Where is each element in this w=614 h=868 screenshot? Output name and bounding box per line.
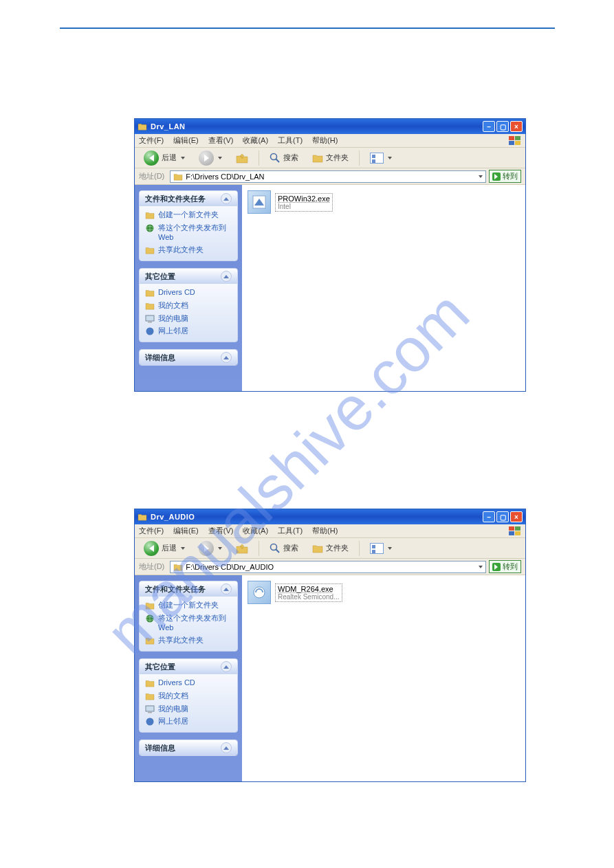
menu-help[interactable]: 帮助(H) [312,135,338,146]
chevron-up-icon [223,746,229,750]
go-button[interactable]: 转到 [489,170,521,183]
views-button[interactable] [365,541,397,556]
collapse-button[interactable] [221,661,232,672]
place-drivers-cd[interactable]: Drivers CD [145,288,232,298]
place-my-documents[interactable]: 我的文档 [145,301,232,311]
close-button[interactable]: × [510,121,523,132]
panel-header[interactable]: 其它位置 [140,659,237,674]
place-my-computer[interactable]: 我的电脑 [145,704,232,714]
panel-header[interactable]: 其它位置 [140,269,237,284]
menu-edit[interactable]: 编辑(E) [173,526,199,536]
menu-favorites[interactable]: 收藏(A) [243,526,268,536]
menu-file[interactable]: 文件(F) [139,526,164,536]
task-share-folder[interactable]: 共享此文件夹 [145,636,232,645]
address-path: F:\Drivers CD\Drv_AUDIO [186,563,274,571]
folder-up-icon [236,153,248,164]
place-my-computer[interactable]: 我的电脑 [145,314,232,324]
close-button[interactable]: × [510,511,523,522]
folder-icon [173,563,183,571]
file-tasks-panel: 文件和文件夹任务 创建一个新文件夹 将这个文件夹发布到 Web 共享此文件夹 [139,190,238,261]
place-my-documents[interactable]: 我的文档 [145,691,232,701]
views-button[interactable] [365,151,397,166]
window-title: Drv_LAN [151,122,483,131]
search-button[interactable]: 搜索 [265,541,303,556]
minimize-button[interactable]: – [483,121,495,132]
file-list-area[interactable]: PROWin32.exe Intel [242,185,525,391]
menu-favorites[interactable]: 收藏(A) [243,135,268,146]
svg-rect-24 [148,712,152,713]
file-item[interactable]: PROWin32.exe Intel [248,190,333,214]
panel-header[interactable]: 详细信息 [140,350,237,365]
minimize-button[interactable]: – [483,511,495,522]
go-button[interactable]: 转到 [489,560,521,573]
back-button[interactable]: 后退 [139,148,190,168]
header-rule [60,27,555,29]
collapse-button[interactable] [221,583,232,594]
file-list-area[interactable]: WDM_R264.exe Realtek Semicond... [242,575,525,781]
panel-title: 详细信息 [145,353,175,363]
computer-icon [145,705,155,713]
address-input[interactable]: F:\Drivers CD\Drv_LAN [170,170,486,183]
task-new-folder[interactable]: 创建一个新文件夹 [145,601,232,610]
svg-point-25 [146,718,154,726]
chevron-down-icon [479,175,483,178]
menu-help[interactable]: 帮助(H) [312,526,338,536]
collapse-button[interactable] [221,352,232,363]
link-label: 我的电脑 [158,704,188,714]
address-input[interactable]: F:\Drivers CD\Drv_AUDIO [170,561,486,573]
panel-header[interactable]: 文件和文件夹任务 [140,191,237,206]
forward-button[interactable] [194,148,227,168]
folders-button[interactable]: 文件夹 [307,541,353,555]
file-tasks-panel: 文件和文件夹任务 创建一个新文件夹 将这个文件夹发布到 Web 共享此文件夹 [139,581,238,652]
back-button[interactable]: 后退 [139,539,190,558]
maximize-button[interactable]: ▢ [496,511,509,522]
explorer-window-audio: Drv_AUDIO – ▢ × 文件(F) 编辑(E) 查看(V) 收藏(A) … [134,509,526,782]
collapse-button[interactable] [221,742,232,753]
back-icon [144,151,159,166]
title-bar[interactable]: Drv_AUDIO – ▢ × [135,509,525,524]
task-new-folder[interactable]: 创建一个新文件夹 [145,210,232,220]
file-name: WDM_R264.exe [278,585,340,593]
panel-header[interactable]: 详细信息 [140,740,237,755]
menu-view[interactable]: 查看(V) [208,135,234,146]
back-label: 后退 [162,153,177,163]
new-folder-icon [145,601,155,610]
folders-icon [312,544,323,553]
place-network[interactable]: 网上邻居 [145,717,232,726]
file-description: Realtek Semicond... [278,593,340,601]
views-icon [370,153,384,164]
place-drivers-cd[interactable]: Drivers CD [145,678,232,688]
menu-view[interactable]: 查看(V) [208,526,234,536]
task-publish-web[interactable]: 将这个文件夹发布到 Web [145,614,232,633]
file-item[interactable]: WDM_R264.exe Realtek Semicond... [248,581,342,604]
place-network[interactable]: 网上邻居 [145,326,232,336]
task-publish-web[interactable]: 将这个文件夹发布到 Web [145,223,232,243]
task-share-folder[interactable]: 共享此文件夹 [145,245,232,255]
menu-tools[interactable]: 工具(T) [278,135,303,146]
menu-edit[interactable]: 编辑(E) [173,135,199,146]
collapse-button[interactable] [221,193,232,204]
forward-button[interactable] [194,539,227,558]
collapse-button[interactable] [221,271,232,282]
panel-body: Drivers CD 我的文档 我的电脑 网上邻居 [140,284,237,342]
share-folder-icon [145,246,155,254]
menu-file[interactable]: 文件(F) [139,135,164,146]
folders-button[interactable]: 文件夹 [307,151,353,165]
panel-header[interactable]: 文件和文件夹任务 [140,581,237,597]
panel-body: Drivers CD 我的文档 我的电脑 网上邻居 [140,674,237,732]
folder-icon [173,173,183,181]
svg-rect-10 [146,315,154,321]
panel-body: 创建一个新文件夹 将这个文件夹发布到 Web 共享此文件夹 [140,597,237,651]
maximize-button[interactable]: ▢ [496,121,509,132]
search-button[interactable]: 搜索 [265,151,303,166]
up-button[interactable] [231,151,253,166]
svg-line-6 [276,159,279,162]
up-button[interactable] [231,541,253,556]
link-label: 创建一个新文件夹 [158,210,219,220]
link-label: 将这个文件夹发布到 Web [158,223,232,243]
menu-tools[interactable]: 工具(T) [278,526,303,536]
svg-rect-2 [515,136,520,140]
back-icon [144,541,159,556]
title-bar[interactable]: Drv_LAN – ▢ × [135,119,525,134]
documents-icon [145,302,155,310]
